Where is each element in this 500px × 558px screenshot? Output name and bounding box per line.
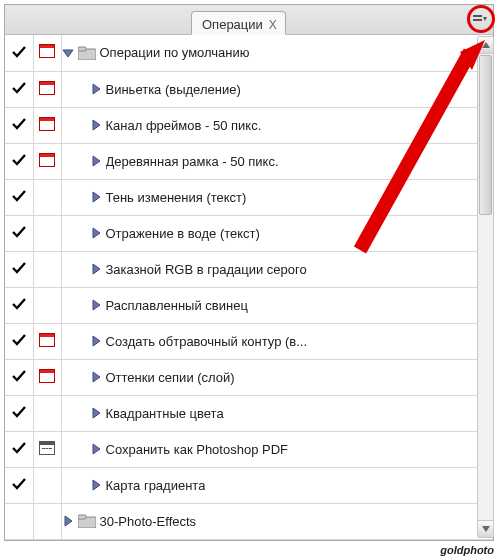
dialog-toggle[interactable] xyxy=(33,287,61,323)
action-content[interactable]: Операции по умолчанию xyxy=(61,35,493,71)
action-row[interactable]: Оттенки сепии (слой) xyxy=(5,359,493,395)
action-row[interactable]: Расплавленный свинец xyxy=(5,287,493,323)
action-content[interactable]: 30-Photo-Effects xyxy=(61,503,493,539)
svg-rect-1 xyxy=(473,19,482,21)
expand-toggle[interactable] xyxy=(90,479,102,491)
toggle-checkbox[interactable] xyxy=(5,395,33,431)
checkmark-icon xyxy=(10,223,28,241)
checkmark-icon xyxy=(10,187,28,205)
actions-list: Операции по умолчаниюВиньетка (выделение… xyxy=(5,35,493,540)
action-content[interactable]: Оттенки сепии (слой) xyxy=(61,359,493,395)
svg-marker-9 xyxy=(93,192,100,202)
svg-marker-15 xyxy=(93,408,100,418)
svg-marker-16 xyxy=(93,444,100,454)
dialog-toggle[interactable] xyxy=(33,71,61,107)
toggle-checkbox[interactable] xyxy=(5,359,33,395)
action-label: Расплавленный свинец xyxy=(106,298,248,313)
toggle-checkbox[interactable] xyxy=(5,251,33,287)
toggle-checkbox[interactable] xyxy=(5,503,33,539)
svg-rect-5 xyxy=(78,47,86,51)
action-label: Заказной RGB в градации серого xyxy=(106,262,307,277)
expand-toggle[interactable] xyxy=(90,155,102,167)
dialog-toggle[interactable] xyxy=(33,431,61,467)
action-content[interactable]: Карта градиента xyxy=(61,467,493,503)
expand-toggle[interactable] xyxy=(90,443,102,455)
checkmark-icon xyxy=(10,475,28,493)
action-content[interactable]: Отражение в воде (текст) xyxy=(61,215,493,251)
action-row[interactable]: Тень изменения (текст) xyxy=(5,179,493,215)
action-content[interactable]: Квадрантные цвета xyxy=(61,395,493,431)
action-row[interactable]: Виньетка (выделение) xyxy=(5,71,493,107)
toggle-checkbox[interactable] xyxy=(5,71,33,107)
checkmark-icon xyxy=(10,403,28,421)
action-label: 30-Photo-Effects xyxy=(100,514,197,529)
toggle-checkbox[interactable] xyxy=(5,143,33,179)
action-row[interactable]: Карта градиента xyxy=(5,467,493,503)
action-row[interactable]: Квадрантные цвета xyxy=(5,395,493,431)
svg-marker-14 xyxy=(93,372,100,382)
action-row[interactable]: Создать обтравочный контур (в... xyxy=(5,323,493,359)
action-content[interactable]: Деревянная рамка - 50 пикс. xyxy=(61,143,493,179)
checkmark-icon xyxy=(10,511,28,529)
expand-toggle[interactable] xyxy=(90,191,102,203)
tab-operations[interactable]: Операции X xyxy=(191,11,286,35)
expand-toggle[interactable] xyxy=(90,335,102,347)
action-row[interactable]: Деревянная рамка - 50 пикс. xyxy=(5,143,493,179)
action-content[interactable]: Заказной RGB в градации серого xyxy=(61,251,493,287)
expand-toggle[interactable] xyxy=(90,83,102,95)
dialog-toggle[interactable] xyxy=(33,143,61,179)
action-row[interactable]: Сохранить как Photoshop PDF xyxy=(5,431,493,467)
svg-marker-7 xyxy=(93,120,100,130)
toggle-checkbox[interactable] xyxy=(5,35,33,71)
action-row[interactable]: Заказной RGB в градации серого xyxy=(5,251,493,287)
expand-toggle[interactable] xyxy=(90,371,102,383)
toggle-checkbox[interactable] xyxy=(5,179,33,215)
toggle-checkbox[interactable] xyxy=(5,467,33,503)
action-content[interactable]: Сохранить как Photoshop PDF xyxy=(61,431,493,467)
dialog-toggle[interactable] xyxy=(33,107,61,143)
expand-toggle[interactable] xyxy=(90,407,102,419)
toggle-checkbox[interactable] xyxy=(5,431,33,467)
action-content[interactable]: Создать обтравочный контур (в... xyxy=(61,323,493,359)
dialog-toggle[interactable] xyxy=(33,323,61,359)
action-row[interactable]: Отражение в воде (текст) xyxy=(5,215,493,251)
dialog-icon xyxy=(39,81,55,95)
action-row[interactable]: Операции по умолчанию xyxy=(5,35,493,71)
action-content[interactable]: Виньетка (выделение) xyxy=(61,71,493,107)
panel-menu-button[interactable] xyxy=(473,15,487,25)
dialog-toggle[interactable] xyxy=(33,35,61,71)
toggle-checkbox[interactable] xyxy=(5,287,33,323)
toggle-checkbox[interactable] xyxy=(5,107,33,143)
expand-toggle[interactable] xyxy=(62,515,74,527)
dialog-toggle[interactable] xyxy=(33,359,61,395)
action-content[interactable]: Канал фреймов - 50 пикс. xyxy=(61,107,493,143)
scrollbar[interactable] xyxy=(477,36,494,538)
dialog-toggle[interactable] xyxy=(33,395,61,431)
dialog-toggle[interactable] xyxy=(33,215,61,251)
expand-toggle[interactable] xyxy=(90,263,102,275)
tab-strip: Операции X xyxy=(5,5,493,35)
expand-toggle[interactable] xyxy=(90,119,102,131)
action-row[interactable]: Канал фреймов - 50 пикс. xyxy=(5,107,493,143)
expand-toggle[interactable] xyxy=(62,47,74,59)
action-label: Квадрантные цвета xyxy=(106,406,224,421)
scrollbar-thumb[interactable] xyxy=(479,55,492,215)
svg-marker-8 xyxy=(93,156,100,166)
dialog-toggle[interactable] xyxy=(33,503,61,539)
close-icon[interactable]: X xyxy=(269,18,277,32)
action-label: Оттенки сепии (слой) xyxy=(106,370,235,385)
action-content[interactable]: Расплавленный свинец xyxy=(61,287,493,323)
dialog-toggle[interactable] xyxy=(33,179,61,215)
toggle-checkbox[interactable] xyxy=(5,215,33,251)
expand-toggle[interactable] xyxy=(90,299,102,311)
dialog-toggle[interactable] xyxy=(33,467,61,503)
scrollbar-up-button[interactable] xyxy=(478,37,493,54)
svg-rect-20 xyxy=(78,515,86,519)
toggle-checkbox[interactable] xyxy=(5,323,33,359)
dialog-toggle[interactable] xyxy=(33,251,61,287)
action-content[interactable]: Тень изменения (текст) xyxy=(61,179,493,215)
scrollbar-down-button[interactable] xyxy=(478,520,493,537)
checkmark-icon xyxy=(10,367,28,385)
action-row[interactable]: 30-Photo-Effects xyxy=(5,503,493,539)
expand-toggle[interactable] xyxy=(90,227,102,239)
